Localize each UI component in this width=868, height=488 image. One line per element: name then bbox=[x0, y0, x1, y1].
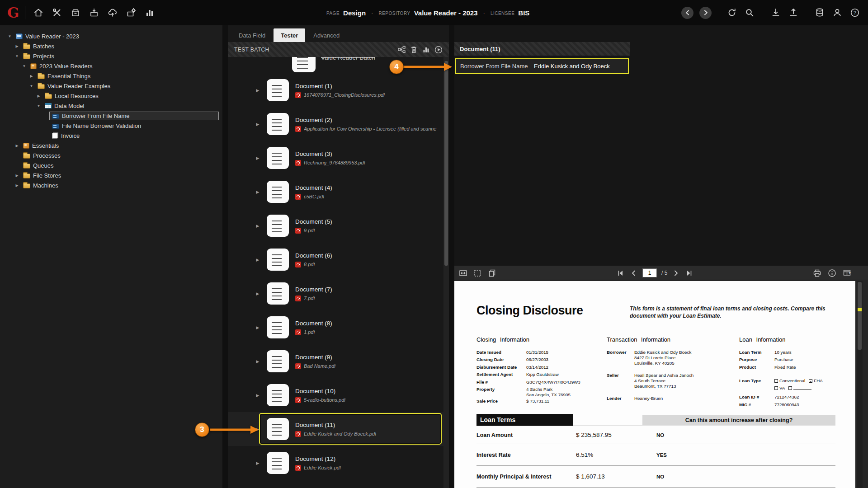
tree-item-file-name-borrower-validation[interactable]: File Name Borrower Validation bbox=[0, 121, 222, 131]
search-icon[interactable] bbox=[744, 7, 755, 19]
tree-node[interactable]: Essential Things bbox=[35, 72, 219, 80]
tree-node[interactable]: Local Resources bbox=[42, 92, 219, 100]
info-icon[interactable] bbox=[828, 269, 836, 277]
document-row-document-3[interactable]: ▶ Document (3) Rechnung_9764889953.pdf bbox=[228, 141, 443, 175]
download-icon[interactable] bbox=[770, 7, 782, 19]
first-page-icon[interactable] bbox=[616, 269, 625, 277]
user-icon[interactable] bbox=[831, 7, 843, 19]
expander-icon[interactable]: ▶ bbox=[253, 393, 262, 398]
document-row-document-5[interactable]: ▶ Document (5) 9.pdf bbox=[228, 209, 443, 243]
page-value[interactable]: Design bbox=[343, 9, 366, 17]
page-number-input[interactable] bbox=[642, 268, 657, 277]
tree-item-batches[interactable]: ▶ Batches bbox=[0, 41, 222, 51]
document-row-document-9[interactable]: ▶ Document (9) Bad Name.pdf bbox=[228, 344, 443, 378]
tree-item-invoice[interactable]: Invoice bbox=[0, 131, 222, 141]
tab-data-field[interactable]: Data Field bbox=[231, 28, 273, 42]
fit-width-icon[interactable] bbox=[459, 269, 467, 277]
expander-icon[interactable]: ▶ bbox=[14, 144, 20, 148]
expander-icon[interactable]: ▶ bbox=[28, 74, 35, 78]
splitter-right[interactable] bbox=[449, 25, 454, 488]
document-row-document-1[interactable]: ▶ Document (1) 1674076971_ClosingDisclos… bbox=[228, 73, 443, 107]
box-download-icon[interactable] bbox=[88, 7, 100, 19]
expander-icon[interactable]: ▼ bbox=[28, 84, 35, 88]
back-icon[interactable] bbox=[681, 7, 693, 19]
extracted-field-row[interactable]: Borrower From File Name Eddie Kusick and… bbox=[455, 58, 629, 74]
tree-item-borrower-from-file-name[interactable]: Borrower From File Name bbox=[0, 111, 222, 121]
expander-icon[interactable]: ▶ bbox=[253, 258, 262, 262]
tree-item-2023-value-readers[interactable]: ▼ 2023 Value Readers bbox=[0, 61, 222, 71]
expander-icon[interactable]: ▼ bbox=[21, 64, 28, 68]
upload-icon[interactable] bbox=[788, 7, 799, 19]
marquee-icon[interactable] bbox=[473, 269, 482, 277]
box-gear-icon[interactable] bbox=[125, 7, 137, 19]
licensee-value[interactable]: BIS bbox=[518, 9, 529, 17]
expander-icon[interactable]: ▼ bbox=[35, 104, 42, 108]
document-row-document-6[interactable]: ▶ Document (6) 8.pdf bbox=[228, 243, 443, 277]
scrollbar-thumb[interactable] bbox=[444, 61, 448, 266]
document-list-scrollbar[interactable] bbox=[443, 57, 449, 488]
tree-item-value-reader-examples[interactable]: ▼ Value Reader Examples bbox=[0, 81, 222, 91]
expander-icon[interactable]: ▼ bbox=[14, 54, 20, 58]
previous-page-icon[interactable] bbox=[629, 269, 638, 277]
document-row-document-2[interactable]: ▶ Document (2) Application for Cow Owner… bbox=[228, 107, 443, 141]
scrollbar-thumb[interactable] bbox=[858, 282, 862, 350]
tree-node[interactable]: Queues bbox=[20, 161, 219, 170]
tree-node[interactable]: Projects bbox=[20, 52, 219, 61]
expander-icon[interactable]: ▶ bbox=[253, 156, 262, 160]
tree-node[interactable]: File Stores bbox=[20, 171, 219, 180]
bar-chart-icon[interactable] bbox=[144, 7, 156, 19]
tree-item-data-model[interactable]: ▼ Data Model bbox=[0, 101, 222, 111]
document-row-document-12[interactable]: ▶ Document (12) Eddie Kusick.pdf bbox=[228, 446, 443, 480]
home-icon[interactable] bbox=[33, 7, 44, 19]
tools-icon[interactable] bbox=[51, 7, 63, 19]
tree-item-machines[interactable]: ▶ Machines bbox=[0, 180, 222, 190]
expander-icon[interactable]: ▶ bbox=[253, 325, 262, 330]
tree-node[interactable]: 2023 Value Readers bbox=[28, 62, 219, 70]
layout-icon[interactable]: ▾ bbox=[843, 269, 851, 277]
expander-icon[interactable]: ▶ bbox=[14, 174, 20, 178]
tree-node[interactable]: Machines bbox=[20, 181, 219, 190]
tree-item-value-reader-2023[interactable]: ▼ Value Reader - 2023 bbox=[0, 31, 222, 41]
tree-item-projects[interactable]: ▼ Projects bbox=[0, 51, 222, 61]
tree-item-file-stores[interactable]: ▶ File Stores bbox=[0, 170, 222, 180]
tab-tester[interactable]: Tester bbox=[274, 28, 305, 42]
document-page[interactable]: Closing Disclosure This form is a statem… bbox=[454, 281, 855, 488]
help-icon[interactable]: ? bbox=[849, 7, 861, 19]
expander-icon[interactable]: ▶ bbox=[14, 44, 20, 48]
database-icon[interactable] bbox=[814, 7, 826, 19]
tree-item-local-resources[interactable]: ▶ Local Resources bbox=[0, 91, 222, 101]
document-row-document-11[interactable]: ▶ Document (11) Eddie Kusick and Ody Boe… bbox=[228, 412, 443, 446]
refresh-icon[interactable] bbox=[726, 7, 738, 19]
expander-icon[interactable]: ▶ bbox=[253, 190, 262, 194]
tree-node[interactable]: Batches bbox=[20, 42, 219, 51]
expander-icon[interactable]: ▶ bbox=[253, 461, 262, 465]
tree-node[interactable]: File Name Borrower Validation bbox=[49, 122, 219, 130]
document-row-document-4[interactable]: ▶ Document (4) c5BC.pdf bbox=[228, 175, 443, 209]
viewer-scrollbar[interactable] bbox=[857, 281, 863, 488]
pages-icon[interactable] bbox=[488, 269, 496, 277]
cloud-upload-icon[interactable] bbox=[107, 7, 118, 19]
expander-icon[interactable]: ▼ bbox=[6, 34, 13, 38]
hierarchy-icon[interactable] bbox=[398, 46, 406, 53]
expander-icon[interactable]: ▶ bbox=[253, 122, 262, 127]
expander-icon[interactable]: ▶ bbox=[253, 359, 262, 364]
expander-icon[interactable]: ▶ bbox=[35, 94, 42, 98]
tree-item-essentials[interactable]: ▶ Essentials bbox=[0, 141, 222, 150]
expander-icon[interactable]: ▶ bbox=[14, 183, 20, 188]
stats-icon[interactable] bbox=[422, 46, 430, 53]
tab-advanced[interactable]: Advanced bbox=[306, 28, 347, 42]
repository-value[interactable]: Value Reader - 2023 bbox=[414, 9, 478, 17]
expander-icon[interactable]: ▶ bbox=[253, 291, 262, 296]
next-page-icon[interactable] bbox=[672, 269, 680, 277]
tree-node[interactable]: Value Reader Examples bbox=[35, 82, 219, 90]
expander-icon[interactable]: ▶ bbox=[253, 88, 262, 93]
document-row-document-10[interactable]: ▶ Document (10) 5-radio-buttons.pdf bbox=[228, 378, 443, 412]
tree-node[interactable]: Invoice bbox=[49, 131, 219, 140]
expander-icon[interactable]: ▶ bbox=[253, 224, 262, 228]
tree-node[interactable]: Borrower From File Name bbox=[49, 112, 219, 120]
last-page-icon[interactable] bbox=[685, 269, 693, 277]
archive-box-icon[interactable] bbox=[70, 7, 81, 19]
delete-icon[interactable] bbox=[410, 46, 418, 53]
document-row-document-8[interactable]: ▶ Document (8) 1.pdf bbox=[228, 310, 443, 344]
tree-item-processes[interactable]: Processes bbox=[0, 150, 222, 160]
